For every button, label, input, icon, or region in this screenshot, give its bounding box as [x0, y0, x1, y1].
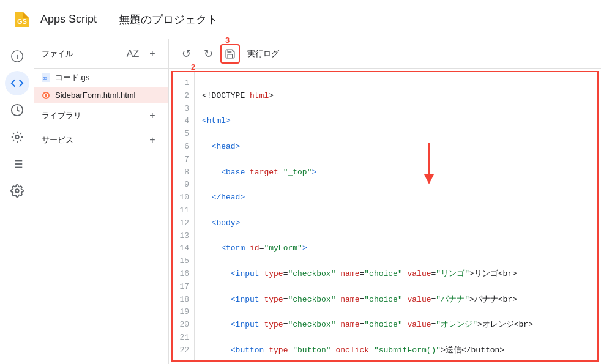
- services-label: サービス: [42, 135, 73, 146]
- file-panel: ファイル AZ + GS コード.gs SidebarForm.html.htm…: [34, 39, 169, 364]
- file-item-code-gs[interactable]: GS コード.gs: [34, 69, 168, 87]
- apps-script-logo-icon: GS: [10, 7, 34, 32]
- file-panel-actions: AZ +: [124, 45, 161, 62]
- settings-sidebar-button[interactable]: [5, 179, 29, 203]
- svg-point-7: [15, 135, 19, 139]
- library-label: ライブラリ: [42, 110, 81, 121]
- badge-3-annotation: 3: [225, 35, 230, 45]
- history-sidebar-button[interactable]: [5, 98, 29, 122]
- file-panel-title: ファイル: [42, 48, 73, 59]
- save-icon: [225, 48, 236, 59]
- services-section[interactable]: サービス +: [34, 128, 168, 152]
- code-content[interactable]: <!DOCTYPE html> <html> <head> <base targ…: [195, 72, 597, 360]
- line-numbers: 12345 678910 1112131415 1617181920 21222…: [173, 72, 195, 360]
- undo-button[interactable]: ↺: [176, 44, 196, 64]
- sort-files-button[interactable]: AZ: [124, 45, 141, 62]
- app-title: Apps Script: [40, 13, 97, 26]
- svg-point-14: [15, 189, 19, 193]
- file-name-sidebar-form: SidebarForm.html.html: [55, 91, 135, 100]
- editor-area: 2 ↺ ↻ 3 実行ログ: [169, 39, 601, 364]
- run-log-button[interactable]: 実行ログ: [242, 46, 284, 62]
- app-logo: GS Apps Script: [10, 7, 97, 32]
- trigger-sidebar-button[interactable]: [5, 125, 29, 149]
- html-file-icon: [42, 91, 50, 100]
- gs-file-icon: GS: [42, 73, 50, 82]
- code-sidebar-button[interactable]: [5, 71, 29, 95]
- info-sidebar-button[interactable]: i: [5, 44, 29, 69]
- add-file-button[interactable]: +: [144, 45, 161, 62]
- badge-2-annotation: 2: [191, 62, 195, 72]
- add-library-button[interactable]: +: [144, 107, 161, 124]
- svg-point-17: [42, 92, 50, 99]
- save-button[interactable]: [220, 44, 240, 64]
- add-service-button[interactable]: +: [144, 132, 161, 149]
- file-item-sidebar-form[interactable]: SidebarForm.html.html: [34, 87, 168, 103]
- main-layout: i: [0, 39, 601, 364]
- file-panel-header: ファイル AZ +: [34, 39, 168, 69]
- run-sidebar-button[interactable]: [5, 152, 29, 176]
- svg-text:GS: GS: [17, 18, 27, 25]
- project-title: 無題のプロジェクト: [119, 12, 218, 27]
- svg-text:i: i: [17, 53, 18, 61]
- library-section[interactable]: ライブラリ +: [34, 103, 168, 128]
- app-header: GS Apps Script 無題のプロジェクト: [0, 0, 601, 39]
- file-name-code-gs: コード.gs: [55, 72, 89, 83]
- code-editor[interactable]: 12345 678910 1112131415 1617181920 21222…: [171, 71, 599, 362]
- svg-text:GS: GS: [43, 76, 48, 80]
- editor-toolbar: 2 ↺ ↻ 3 実行ログ: [169, 39, 601, 69]
- icon-sidebar: i: [0, 39, 34, 364]
- redo-button[interactable]: ↻: [198, 44, 218, 64]
- save-button-wrapper: 3: [220, 44, 240, 64]
